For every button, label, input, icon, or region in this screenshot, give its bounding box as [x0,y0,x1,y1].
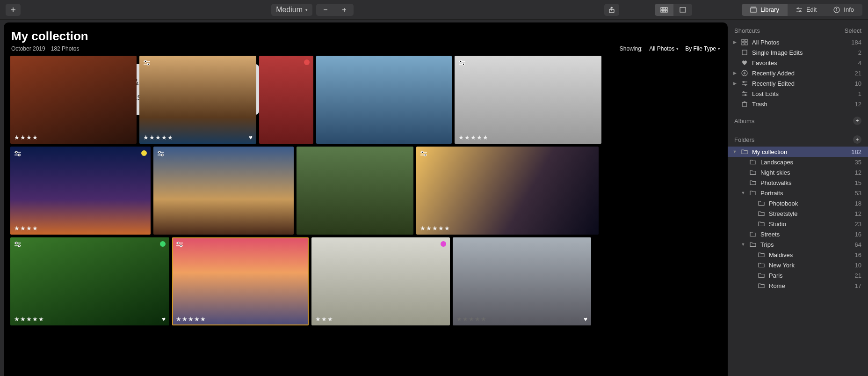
svg-point-45 [18,245,20,247]
thumbnail[interactable]: ★★★★ [10,56,137,144]
svg-point-27 [460,60,462,62]
tab-info[interactable]: Info [825,4,862,16]
sidebar-shortcut-item[interactable]: Lost Edits1 [728,88,868,99]
zoom-in-button[interactable] [335,4,354,16]
sidebar-folder-item[interactable]: Landscapes35 [728,157,868,167]
sidebar-folder-item[interactable]: ▼My collection182 [728,147,868,157]
sidebar-item-label: Recently Added [752,70,851,77]
svg-rect-6 [661,7,663,9]
sidebar-folder-item[interactable]: ▼Trips64 [728,239,868,250]
sidebar-folder-item[interactable]: Maldives16 [728,250,868,260]
thumbnail[interactable]: ★★★★★♥ [139,56,256,144]
sidebar-folder-item[interactable]: Streetstyle12 [728,208,868,219]
sidebar-folder-item[interactable]: New York10 [728,260,868,270]
thumbnail[interactable]: ★★★★★ [416,147,599,235]
edit-indicator-icon [420,150,427,157]
sidebar-item-count: 182 [851,148,861,155]
sidebar-item-label: Favorites [752,59,854,66]
sidebar-item-label: Night skies [760,169,851,176]
thumbnail[interactable]: ★★★★★♥ [453,237,591,325]
folder-icon [758,262,765,268]
edit-indicator-icon [143,59,151,66]
add-folder-button[interactable]: + [853,135,861,144]
folder-icon [758,221,765,227]
collection-title: My collection [11,29,88,44]
collection-date: October 2019 [11,45,45,52]
plus-circle-icon [741,70,748,76]
library-icon [750,7,757,13]
grid-view-button[interactable] [655,4,673,16]
svg-point-47 [177,242,179,244]
chevron-down-icon: ▾ [718,46,720,51]
thumbnail[interactable]: ★★★★ [10,147,151,235]
zoom-out-button[interactable] [316,4,335,16]
sidebar-item-count: 1 [858,90,861,97]
add-button[interactable] [6,4,21,16]
disclosure-triangle: ▼ [741,242,745,247]
thumbnail[interactable] [259,56,313,144]
plus-icon [341,7,347,13]
sidebar-folder-item[interactable]: ▼Portraits53 [728,188,868,198]
shortcuts-header: Shortcuts Select [728,24,868,37]
sidebar-folder-item[interactable]: Streets16 [728,229,868,239]
sort-dropdown[interactable]: By File Type▾ [685,45,720,52]
rating-stars: ★★★★★ [14,316,44,323]
heart-icon: ♥ [584,316,587,323]
select-button[interactable]: Select [845,27,861,34]
sidebar-shortcut-item[interactable]: ▶Recently Edited10 [728,78,868,88]
sidebar-item-label: Studio [769,221,851,228]
rating-stars: ★★★★★ [458,134,489,141]
zoom-stepper [316,4,354,16]
sliders-icon [741,90,748,97]
sidebar-folder-item[interactable]: Paris21 [728,270,868,280]
tab-library[interactable]: Library [742,4,788,16]
sidebar-shortcut-item[interactable]: Favorites4 [728,58,868,68]
thumbnail[interactable]: ★★★★★♥ [10,237,169,325]
single-view-button[interactable] [673,4,692,16]
disclosure-triangle: ▶ [732,40,737,44]
sidebar-folder-item[interactable]: Studio23 [728,219,868,229]
thumbnail-grid: Explore, rate, sort & enjoy images from … [10,56,721,368]
minus-icon [323,7,328,13]
sidebar-item-count: 12 [855,210,861,217]
showing-filter-dropdown[interactable]: All Photos▾ [649,45,679,52]
sidebar-shortcut-item[interactable]: ▶All Photos184 [728,37,868,47]
sidebar-item-count: 12 [855,101,861,108]
folder-icon [758,211,765,216]
folders-header: Folders + [728,133,868,147]
thumbnail[interactable]: ★★★★★ [172,237,309,325]
sidebar-folder-item[interactable]: Night skies12 [728,167,868,177]
sidebar-item-label: Lost Edits [752,90,854,97]
chevron-down-icon: ▾ [676,46,679,51]
sidebar-item-count: 18 [855,200,861,207]
svg-rect-53 [745,43,747,45]
content-area: My collection October 2019 182 Photos Sh… [4,22,728,376]
sidebar-shortcut-item[interactable]: Single Image Edits2 [728,47,868,58]
sidebar-item-count: 10 [855,80,861,87]
grid-icon [741,39,748,45]
disclosure-triangle: ▶ [732,71,737,75]
thumbnail[interactable]: ★★★ [311,237,450,325]
folder-icon [749,190,757,196]
add-album-button[interactable]: + [853,117,861,125]
heart-icon: ♥ [249,134,253,141]
thumbnail[interactable] [297,147,413,235]
toolbar: Medium ▾ Library Edit Info [0,0,868,20]
color-tag [304,59,310,65]
sidebar-folder-item[interactable]: Photowalks15 [728,177,868,188]
share-button[interactable] [604,4,619,16]
folder-icon [749,242,757,247]
sidebar-shortcut-item[interactable]: ▶Recently Added21 [728,68,868,78]
sidebar-item-count: 15 [855,179,861,186]
sidebar-item-label: Single Image Edits [752,49,854,56]
thumbnail[interactable] [316,56,452,144]
zoom-dropdown[interactable]: Medium ▾ [271,4,312,16]
collection-count: 182 Photos [51,45,80,52]
sidebar-folder-item[interactable]: Photobook18 [728,198,868,208]
thumbnail[interactable]: ★★★★★ [455,56,601,144]
thumbnail[interactable] [153,147,294,235]
sidebar-shortcut-item[interactable]: Trash12 [728,99,868,109]
tab-edit[interactable]: Edit [788,4,825,16]
sidebar-folder-item[interactable]: Rome17 [728,280,868,291]
svg-point-31 [15,151,17,153]
